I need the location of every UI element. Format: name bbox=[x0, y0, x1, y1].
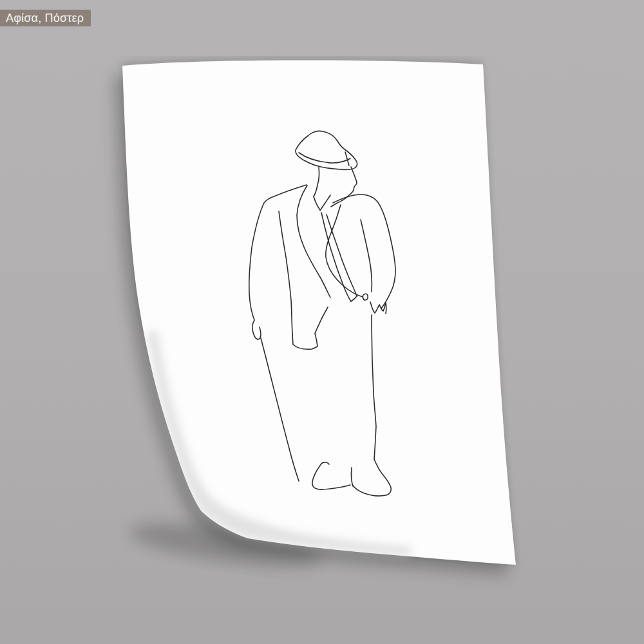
caption-badge-label: Αφίσα, Πόστερ bbox=[6, 12, 84, 24]
caption-badge: Αφίσα, Πόστερ bbox=[0, 10, 91, 26]
poster-mockup-graphic bbox=[0, 0, 644, 644]
product-mockup: Αφίσα, Πόστερ bbox=[0, 0, 644, 644]
